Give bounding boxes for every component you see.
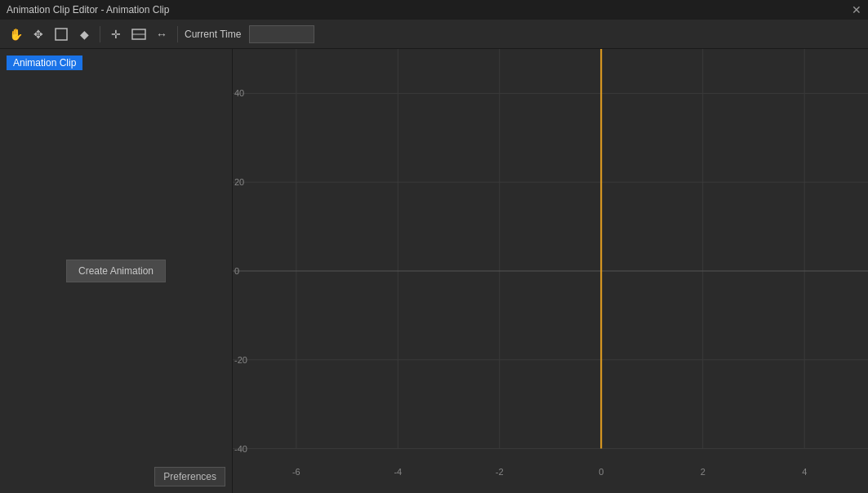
animation-clip-tag[interactable]: Animation Clip xyxy=(7,56,82,70)
svg-text:-40: -40 xyxy=(234,444,247,454)
graph-area: 40 20 0 -20 -40 -6 -4 -2 0 2 4 xyxy=(233,49,868,493)
svg-text:-4: -4 xyxy=(394,467,402,477)
current-time-input[interactable] xyxy=(249,25,314,43)
toolbar: ✋ ✥ ◆ ✛ ↔ Current Time xyxy=(0,20,868,49)
graph-canvas: 40 20 0 -20 -40 -6 -4 -2 0 2 4 xyxy=(233,49,868,493)
main-area: Animation Clip Create Animation Preferen… xyxy=(0,49,868,493)
svg-text:-2: -2 xyxy=(496,467,504,477)
diamond-tool-button[interactable]: ◆ xyxy=(75,25,93,43)
toolbar-separator-1 xyxy=(100,26,100,42)
preferences-button[interactable]: Preferences xyxy=(154,467,225,486)
hand-tool-button[interactable]: ✋ xyxy=(7,25,24,43)
svg-text:-6: -6 xyxy=(292,467,300,477)
svg-text:40: 40 xyxy=(234,88,244,98)
expand-tool-button[interactable]: ↔ xyxy=(153,25,171,43)
fit-tool-button[interactable] xyxy=(130,25,148,43)
left-panel: Animation Clip Create Animation Preferen… xyxy=(0,49,233,493)
toolbar-separator-2 xyxy=(177,26,178,42)
svg-text:0: 0 xyxy=(599,467,603,477)
frame-tool-button[interactable] xyxy=(52,25,70,43)
close-button[interactable]: ✕ xyxy=(852,3,861,16)
svg-rect-0 xyxy=(56,29,67,40)
move-tool-button[interactable]: ✥ xyxy=(29,25,47,43)
svg-text:2: 2 xyxy=(701,467,706,477)
create-animation-button[interactable]: Create Animation xyxy=(66,260,166,282)
svg-text:0: 0 xyxy=(234,266,239,276)
svg-text:4: 4 xyxy=(802,467,807,477)
crosshair-tool-button[interactable]: ✛ xyxy=(107,25,125,43)
title-bar: Animation Clip Editor - Animation Clip ✕ xyxy=(0,0,868,20)
title-text: Animation Clip Editor - Animation Clip xyxy=(7,4,169,16)
svg-text:20: 20 xyxy=(234,177,244,187)
svg-text:-20: -20 xyxy=(234,355,247,365)
current-time-label: Current Time xyxy=(185,29,241,40)
